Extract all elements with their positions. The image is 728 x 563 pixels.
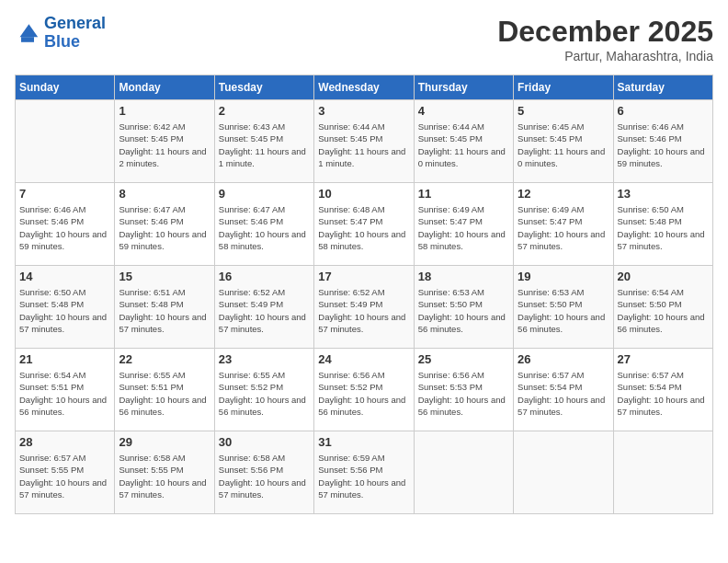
day-cell: 5Sunrise: 6:45 AMSunset: 5:45 PMDaylight… bbox=[514, 100, 613, 183]
cell-info: Sunrise: 6:42 AMSunset: 5:45 PMDaylight:… bbox=[119, 121, 210, 169]
week-row-1: 1Sunrise: 6:42 AMSunset: 5:45 PMDaylight… bbox=[16, 100, 713, 183]
cell-info: Sunrise: 6:53 AMSunset: 5:50 PMDaylight:… bbox=[518, 286, 609, 335]
week-row-3: 14Sunrise: 6:50 AMSunset: 5:48 PMDayligh… bbox=[16, 266, 713, 349]
day-number: 31 bbox=[318, 435, 409, 449]
cell-info: Sunrise: 6:58 AMSunset: 5:56 PMDaylight:… bbox=[219, 452, 310, 500]
header-row: SundayMondayTuesdayWednesdayThursdayFrid… bbox=[16, 75, 713, 100]
cell-info: Sunrise: 6:50 AMSunset: 5:48 PMDaylight:… bbox=[618, 203, 709, 252]
header-cell-wednesday: Wednesday bbox=[314, 75, 414, 100]
cell-info: Sunrise: 6:57 AMSunset: 5:55 PMDaylight:… bbox=[19, 452, 110, 500]
cell-info: Sunrise: 6:44 AMSunset: 5:45 PMDaylight:… bbox=[418, 121, 509, 169]
month-year-title: December 2025 bbox=[497, 15, 713, 49]
day-cell: 20Sunrise: 6:54 AMSunset: 5:50 PMDayligh… bbox=[613, 266, 712, 349]
day-cell: 17Sunrise: 6:52 AMSunset: 5:49 PMDayligh… bbox=[314, 266, 414, 349]
title-block: December 2025 Partur, Maharashtra, India bbox=[497, 15, 713, 63]
day-cell bbox=[16, 100, 115, 183]
day-cell: 1Sunrise: 6:42 AMSunset: 5:45 PMDaylight… bbox=[115, 100, 214, 183]
day-number: 20 bbox=[618, 270, 709, 283]
cell-info: Sunrise: 6:54 AMSunset: 5:51 PMDaylight:… bbox=[19, 369, 110, 418]
day-cell: 14Sunrise: 6:50 AMSunset: 5:48 PMDayligh… bbox=[16, 266, 115, 349]
day-cell: 27Sunrise: 6:57 AMSunset: 5:54 PMDayligh… bbox=[613, 349, 712, 431]
cell-info: Sunrise: 6:51 AMSunset: 5:48 PMDaylight:… bbox=[119, 286, 210, 335]
cell-info: Sunrise: 6:52 AMSunset: 5:49 PMDaylight:… bbox=[318, 286, 409, 335]
day-cell: 3Sunrise: 6:44 AMSunset: 5:45 PMDaylight… bbox=[314, 100, 414, 183]
day-cell: 9Sunrise: 6:47 AMSunset: 5:46 PMDaylight… bbox=[214, 183, 313, 266]
day-number: 7 bbox=[19, 187, 110, 201]
svg-rect-1 bbox=[21, 37, 34, 42]
cell-info: Sunrise: 6:50 AMSunset: 5:48 PMDaylight:… bbox=[19, 286, 110, 335]
day-number: 24 bbox=[318, 352, 409, 366]
day-cell: 21Sunrise: 6:54 AMSunset: 5:51 PMDayligh… bbox=[16, 349, 115, 431]
page-header: General Blue December 2025 Partur, Mahar… bbox=[15, 15, 713, 63]
day-cell: 26Sunrise: 6:57 AMSunset: 5:54 PMDayligh… bbox=[514, 349, 613, 431]
day-cell: 22Sunrise: 6:55 AMSunset: 5:51 PMDayligh… bbox=[115, 349, 214, 431]
cell-info: Sunrise: 6:59 AMSunset: 5:56 PMDaylight:… bbox=[318, 452, 409, 500]
cell-info: Sunrise: 6:58 AMSunset: 5:55 PMDaylight:… bbox=[119, 452, 210, 500]
day-number: 25 bbox=[418, 352, 509, 366]
day-cell: 8Sunrise: 6:47 AMSunset: 5:46 PMDaylight… bbox=[115, 183, 214, 266]
day-cell: 10Sunrise: 6:48 AMSunset: 5:47 PMDayligh… bbox=[314, 183, 414, 266]
cell-info: Sunrise: 6:47 AMSunset: 5:46 PMDaylight:… bbox=[119, 203, 210, 252]
day-number: 22 bbox=[119, 352, 210, 366]
header-cell-saturday: Saturday bbox=[613, 75, 712, 100]
location-subtitle: Partur, Maharashtra, India bbox=[497, 49, 713, 63]
week-row-4: 21Sunrise: 6:54 AMSunset: 5:51 PMDayligh… bbox=[16, 349, 713, 431]
day-number: 15 bbox=[119, 270, 210, 283]
day-number: 16 bbox=[219, 270, 310, 283]
cell-info: Sunrise: 6:49 AMSunset: 5:47 PMDaylight:… bbox=[418, 203, 509, 252]
week-row-2: 7Sunrise: 6:46 AMSunset: 5:46 PMDaylight… bbox=[16, 183, 713, 266]
day-number: 23 bbox=[219, 352, 310, 366]
calendar-header: SundayMondayTuesdayWednesdayThursdayFrid… bbox=[16, 75, 713, 100]
week-row-5: 28Sunrise: 6:57 AMSunset: 5:55 PMDayligh… bbox=[16, 431, 713, 514]
logo: General Blue bbox=[15, 15, 106, 52]
day-number: 21 bbox=[19, 352, 110, 366]
day-cell: 15Sunrise: 6:51 AMSunset: 5:48 PMDayligh… bbox=[115, 266, 214, 349]
day-cell: 23Sunrise: 6:55 AMSunset: 5:52 PMDayligh… bbox=[214, 349, 313, 431]
cell-info: Sunrise: 6:56 AMSunset: 5:52 PMDaylight:… bbox=[318, 369, 409, 418]
cell-info: Sunrise: 6:57 AMSunset: 5:54 PMDaylight:… bbox=[518, 369, 609, 418]
day-number: 17 bbox=[318, 270, 409, 283]
day-cell bbox=[613, 431, 712, 514]
day-cell: 18Sunrise: 6:53 AMSunset: 5:50 PMDayligh… bbox=[414, 266, 513, 349]
day-number: 18 bbox=[418, 270, 509, 283]
day-cell: 6Sunrise: 6:46 AMSunset: 5:46 PMDaylight… bbox=[613, 100, 712, 183]
day-number: 9 bbox=[219, 187, 310, 201]
header-cell-friday: Friday bbox=[514, 75, 613, 100]
logo-general: General bbox=[44, 14, 106, 32]
logo-icon bbox=[15, 20, 40, 46]
cell-info: Sunrise: 6:55 AMSunset: 5:52 PMDaylight:… bbox=[219, 369, 310, 418]
day-number: 2 bbox=[219, 104, 310, 118]
day-cell bbox=[414, 431, 513, 514]
day-number: 5 bbox=[518, 104, 609, 118]
logo-text: General Blue bbox=[44, 15, 106, 52]
cell-info: Sunrise: 6:57 AMSunset: 5:54 PMDaylight:… bbox=[618, 369, 709, 418]
cell-info: Sunrise: 6:45 AMSunset: 5:45 PMDaylight:… bbox=[518, 121, 609, 169]
day-number: 26 bbox=[518, 352, 609, 366]
day-cell: 4Sunrise: 6:44 AMSunset: 5:45 PMDaylight… bbox=[414, 100, 513, 183]
svg-marker-0 bbox=[20, 24, 39, 37]
day-number: 27 bbox=[618, 352, 709, 366]
logo-blue: Blue bbox=[44, 32, 80, 51]
header-cell-sunday: Sunday bbox=[16, 75, 115, 100]
day-number: 29 bbox=[119, 435, 210, 449]
day-cell: 2Sunrise: 6:43 AMSunset: 5:45 PMDaylight… bbox=[214, 100, 313, 183]
cell-info: Sunrise: 6:52 AMSunset: 5:49 PMDaylight:… bbox=[219, 286, 310, 335]
cell-info: Sunrise: 6:54 AMSunset: 5:50 PMDaylight:… bbox=[618, 286, 709, 335]
header-cell-tuesday: Tuesday bbox=[214, 75, 313, 100]
day-number: 6 bbox=[618, 104, 709, 118]
day-cell: 12Sunrise: 6:49 AMSunset: 5:47 PMDayligh… bbox=[514, 183, 613, 266]
cell-info: Sunrise: 6:46 AMSunset: 5:46 PMDaylight:… bbox=[618, 121, 709, 169]
day-number: 30 bbox=[219, 435, 310, 449]
cell-info: Sunrise: 6:55 AMSunset: 5:51 PMDaylight:… bbox=[119, 369, 210, 418]
day-cell: 31Sunrise: 6:59 AMSunset: 5:56 PMDayligh… bbox=[314, 431, 414, 514]
day-cell bbox=[514, 431, 613, 514]
cell-info: Sunrise: 6:44 AMSunset: 5:45 PMDaylight:… bbox=[318, 121, 409, 169]
day-number: 14 bbox=[19, 270, 110, 283]
calendar-table: SundayMondayTuesdayWednesdayThursdayFrid… bbox=[15, 75, 713, 514]
day-cell: 28Sunrise: 6:57 AMSunset: 5:55 PMDayligh… bbox=[16, 431, 115, 514]
cell-info: Sunrise: 6:43 AMSunset: 5:45 PMDaylight:… bbox=[219, 121, 310, 169]
day-cell: 11Sunrise: 6:49 AMSunset: 5:47 PMDayligh… bbox=[414, 183, 513, 266]
day-number: 1 bbox=[119, 104, 210, 118]
cell-info: Sunrise: 6:49 AMSunset: 5:47 PMDaylight:… bbox=[518, 203, 609, 252]
day-number: 10 bbox=[318, 187, 409, 201]
